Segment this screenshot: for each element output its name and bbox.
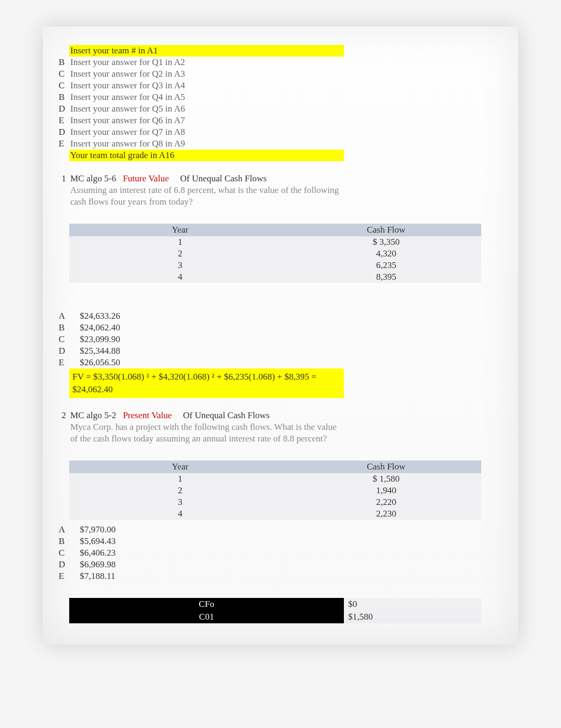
answer-letter: E: [59, 115, 69, 126]
answer-letter: C: [59, 68, 69, 80]
choice-value: $26,056.50: [69, 357, 120, 368]
q1-formula-row: FV = $3,350(1.068) ³ + $4,320(1.068) ² +…: [59, 368, 502, 398]
answer-choice: A$7,970.00: [59, 524, 502, 536]
table-row: 1$ 1,580: [69, 473, 481, 485]
choice-letter: D: [59, 559, 69, 570]
table-row: 36,235: [69, 260, 481, 271]
grade-line: Your team total grade in A16: [69, 150, 344, 161]
cashflow-cell: 4,320: [291, 248, 481, 260]
answer-choice: E$7,188.11: [59, 570, 502, 582]
choice-value: $25,344.88: [69, 345, 120, 357]
instruction-row: CInsert your answer for Q3 in A4: [59, 80, 502, 91]
answer-letter: B: [59, 57, 69, 68]
answer-letter: D: [59, 126, 69, 138]
cashflow-cell: 8,395: [291, 271, 481, 283]
year-cell: 3: [69, 496, 291, 508]
answer-letter: D: [59, 103, 69, 115]
table-row: 1$ 3,350: [69, 236, 481, 248]
year-cell: 4: [69, 271, 291, 283]
answer-letter: E: [59, 138, 69, 150]
question-2-desc-row: Myca Corp. has a project with the follow…: [59, 421, 502, 445]
calc-row: C01$1,580: [69, 611, 481, 623]
calc-label: CFo: [69, 598, 344, 611]
cashflow-cell: 2,220: [291, 496, 481, 508]
concept-suffix: Of Unequal Cash Flows: [183, 410, 270, 420]
q2-cashflow-table: Year Cash Flow 1$ 1,58021,94032,22042,23…: [69, 460, 481, 520]
answer-choice: B$24,062.40: [59, 322, 502, 334]
question-number: 1: [59, 173, 69, 185]
instruction-text: Insert your answer for Q2 in A3: [69, 68, 344, 80]
table-row: 21,940: [69, 485, 481, 496]
concept-suffix: Of Unequal Cash Flows: [180, 173, 267, 183]
question-2-title: 2 MC algo 5-2 Present Value Of Unequal C…: [59, 410, 502, 421]
document-page: Insert your team # in A1 BInsert your an…: [43, 26, 518, 644]
question-number: 2: [59, 410, 69, 421]
table-header-cashflow: Cash Flow: [291, 460, 481, 473]
team-instruction-row: Insert your team # in A1: [59, 45, 502, 57]
question-1-title: 1 MC algo 5-6 Future Value Of Unequal Ca…: [59, 173, 502, 185]
instruction-row: EInsert your answer for Q6 in A7: [59, 115, 502, 126]
concept-label: Present Value: [123, 410, 172, 420]
cashflow-cell: 1,940: [291, 485, 481, 496]
table-header-year: Year: [69, 224, 291, 236]
instruction-row: EInsert your answer for Q8 in A9: [59, 138, 502, 150]
choice-value: $5,694.43: [69, 536, 116, 547]
choice-value: $24,062.40: [69, 322, 120, 334]
choice-value: $23,099.90: [69, 334, 120, 345]
question-1-desc-row: Assuming an interest rate of 6.8 percent…: [59, 185, 502, 208]
grade-row: Your team total grade in A16: [59, 150, 502, 161]
choice-letter: E: [59, 570, 69, 582]
cashflow-cell: $ 3,350: [291, 236, 481, 248]
instruction-text: Insert your answer for Q4 in A5: [69, 91, 344, 103]
instruction-text: Insert your answer for Q1 in A2: [69, 57, 344, 68]
choice-value: $7,188.11: [69, 570, 115, 582]
choice-value: $24,633.26: [69, 310, 120, 322]
answer-choice: C$23,099.90: [59, 334, 502, 345]
choice-value: $6,969.98: [69, 559, 116, 570]
cashflow-cell: 2,230: [291, 508, 481, 520]
year-cell: 2: [69, 485, 291, 496]
instruction-text: Insert your answer for Q8 in A9: [69, 138, 344, 150]
question-description: Myca Corp. has a project with the follow…: [69, 421, 344, 445]
instruction-row: DInsert your answer for Q5 in A6: [59, 103, 502, 115]
cashflow-cell: $ 1,580: [291, 473, 481, 485]
choice-letter: B: [59, 536, 69, 547]
q1-cashflow-table: Year Cash Flow 1$ 3,35024,32036,23548,39…: [69, 224, 481, 283]
algo-label: MC algo 5-2: [70, 410, 116, 420]
table-row: 32,220: [69, 496, 481, 508]
choice-letter: D: [59, 345, 69, 357]
year-cell: 1: [69, 473, 291, 485]
instruction-text: Insert your answer for Q7 in A8: [69, 126, 344, 138]
answer-letter: C: [59, 80, 69, 91]
choice-letter: A: [59, 524, 69, 536]
q2-calc-table: CFo$0C01$1,580: [69, 598, 481, 623]
answer-letter: B: [59, 91, 69, 103]
calc-row: CFo$0: [69, 598, 481, 611]
instruction-row: DInsert your answer for Q7 in A8: [59, 126, 502, 138]
team-instruction: Insert your team # in A1: [69, 45, 344, 57]
q2-calc-wrap: CFo$0C01$1,580: [59, 598, 502, 623]
answer-choice: A$24,633.26: [59, 310, 502, 322]
instruction-text: Insert your answer for Q6 in A7: [69, 115, 344, 126]
cashflow-cell: 6,235: [291, 260, 481, 271]
table-row: 24,320: [69, 248, 481, 260]
year-cell: 2: [69, 248, 291, 260]
choice-letter: B: [59, 322, 69, 334]
choice-value: $7,970.00: [69, 524, 116, 536]
q2-table-wrap: Year Cash Flow 1$ 1,58021,94032,22042,23…: [59, 460, 502, 520]
calc-label: C01: [69, 611, 344, 623]
choice-value: $6,406.23: [69, 547, 116, 559]
instruction-text: Insert your answer for Q3 in A4: [69, 80, 344, 91]
q1-formula: FV = $3,350(1.068) ³ + $4,320(1.068) ² +…: [69, 368, 344, 398]
algo-label: MC algo 5-6: [70, 173, 116, 183]
concept-label: Future Value: [123, 173, 169, 183]
instruction-row: BInsert your answer for Q1 in A2: [59, 57, 502, 68]
answer-choice: E$26,056.50: [59, 357, 502, 368]
year-cell: 4: [69, 508, 291, 520]
answer-choice: C$6,406.23: [59, 547, 502, 559]
table-header-year: Year: [69, 460, 291, 473]
answer-choice: D$6,969.98: [59, 559, 502, 570]
choice-letter: E: [59, 357, 69, 368]
calc-value: $0: [344, 598, 481, 611]
instruction-text: Insert your answer for Q5 in A6: [69, 103, 344, 115]
